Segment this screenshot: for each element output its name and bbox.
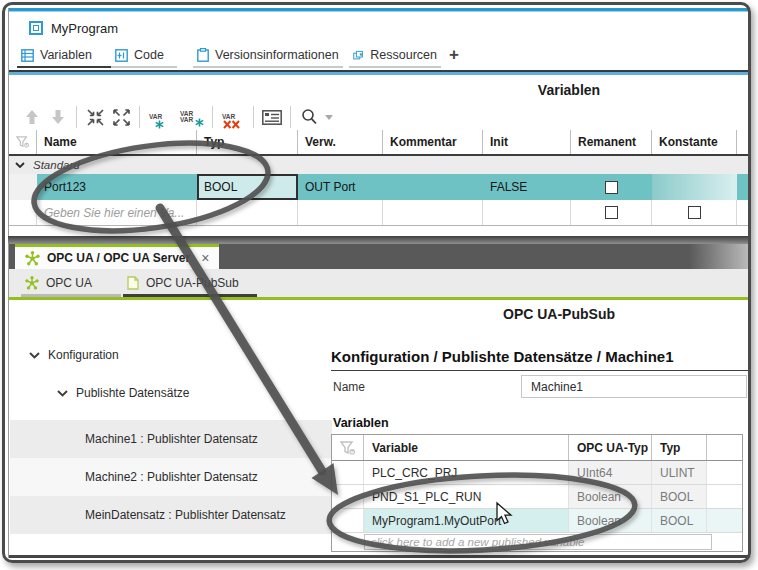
remanent-checkbox[interactable] <box>605 206 618 219</box>
variables-table: Name Typ Verw. Kommentar Init Remanent K… <box>9 130 749 226</box>
tree-item-meindatensatz[interactable]: MeinDatensatz : Publishter Datensatz <box>85 508 286 522</box>
new-variable-row[interactable]: Geben Sie hier einen Va... <box>9 200 749 226</box>
column-header-verw[interactable]: Verw. <box>298 130 383 154</box>
var-label: VAR <box>222 113 235 120</box>
published-table-header: Variable OPC UA-Typ Typ <box>332 435 742 461</box>
tab-variablen[interactable]: Variablen <box>17 44 111 66</box>
column-header-name[interactable]: Name <box>37 130 197 154</box>
cell-typ[interactable]: BOOL <box>652 485 707 508</box>
cell-verw[interactable]: OUT Port <box>298 174 383 200</box>
window-splitter[interactable] <box>8 236 749 244</box>
column-header-konstante[interactable]: Konstante <box>652 130 737 154</box>
cell-variable[interactable]: PND_S1_PLC_RUN <box>364 485 569 508</box>
add-tab-button[interactable]: + <box>449 45 459 65</box>
remanent-checkbox[interactable] <box>605 181 618 194</box>
search-dropdown-button[interactable] <box>322 104 336 130</box>
chevron-down-icon <box>15 162 25 168</box>
screenshot-root: MyProgram Variablen Code Versionsinforma… <box>0 0 758 570</box>
tree-node-label: Publishte Datensätze <box>76 386 189 400</box>
name-input[interactable]: Machine1 <box>521 375 747 398</box>
cell-name[interactable]: Port123 <box>37 174 197 200</box>
tab-ressourcen[interactable]: Ressourcen <box>349 44 441 66</box>
expand-all-button[interactable] <box>108 104 134 130</box>
search-button[interactable] <box>296 104 322 130</box>
published-row-pnd-s1-plc-run[interactable]: PND_S1_PLC_RUN Boolean BOOL <box>332 485 742 509</box>
delete-variable-button[interactable]: VAR <box>218 104 248 130</box>
filter-icon[interactable] <box>16 135 29 149</box>
cell-typ[interactable]: BOOL <box>197 174 298 200</box>
tree-item-machine1[interactable]: Machine1 : Publishter Datensatz <box>85 432 258 446</box>
cell-opcua-typ[interactable]: Boolean <box>569 485 652 508</box>
cell-opcua-typ[interactable]: Boolean <box>569 509 652 532</box>
chevron-down-icon <box>57 390 68 397</box>
opcua-window-bottom-border <box>9 555 748 558</box>
subtab-label: OPC UA-PubSub <box>146 276 239 290</box>
published-row-plc-crc-prj[interactable]: PLC_CRC_PRJ UInt64 ULINT <box>332 461 742 485</box>
column-header-variable[interactable]: Variable <box>364 435 569 460</box>
tree-node-label: Konfiguration <box>48 348 119 362</box>
tab-versionsinformationen[interactable]: Versionsinformationen <box>193 44 343 66</box>
duplicate-variable-button[interactable]: VAR VAR <box>175 104 207 130</box>
collapse-all-icon <box>87 109 104 126</box>
delete-variable-icon <box>223 120 240 129</box>
tab-label: Ressourcen <box>370 48 437 62</box>
add-variable-button[interactable]: VAR <box>145 104 175 130</box>
column-header-remanent[interactable]: Remanent <box>571 130 652 154</box>
variables-tab-icon <box>21 49 34 62</box>
filter-icon[interactable] <box>340 441 355 455</box>
subtab-opcua-pubsub[interactable]: OPC UA-PubSub <box>127 272 253 294</box>
new-variable-placeholder[interactable]: Geben Sie hier einen Va... <box>37 200 197 225</box>
group-row-standard[interactable]: Standard <box>9 156 749 174</box>
subtab-opcua[interactable]: OPC UA <box>25 272 117 294</box>
tab-opcua-server[interactable]: OPC UA / OPC UA Server × <box>15 244 219 269</box>
tree-node-konfiguration[interactable]: Konfiguration <box>29 348 119 362</box>
cell-init[interactable]: FALSE <box>483 174 571 200</box>
block-list-button[interactable] <box>259 104 285 130</box>
column-header-kommentar[interactable]: Kommentar <box>383 130 483 154</box>
add-published-variable-row[interactable]: click here to add a new published variab… <box>332 533 742 551</box>
published-variables-table: Variable OPC UA-Typ Typ PLC_CRC_PRJ UInt… <box>331 434 743 552</box>
name-input-value: Machine1 <box>531 380 583 394</box>
cell-konstante[interactable] <box>652 174 737 200</box>
cell-opcua-typ[interactable]: UInt64 <box>569 461 652 484</box>
var-label: VAR <box>180 116 193 123</box>
resources-tab-icon <box>353 49 364 62</box>
chevron-down-icon <box>29 352 40 359</box>
column-header-opcua-typ[interactable]: OPC UA-Typ <box>569 435 652 460</box>
tab-code[interactable]: Code <box>111 44 177 66</box>
cell-typ[interactable]: BOOL <box>652 509 707 532</box>
cell-variable[interactable]: MyProgram1.MyOutPort <box>364 509 569 532</box>
cell-kommentar[interactable] <box>383 174 483 200</box>
opcua-window: OPC UA / OPC UA Server × OPC UA OPC UA-P… <box>8 244 749 558</box>
program-editor-window: MyProgram Variablen Code Versionsinforma… <box>8 8 749 236</box>
column-header-typ[interactable]: Typ <box>197 130 298 154</box>
breadcrumb-rule <box>331 370 749 371</box>
group-label: Standard <box>33 159 80 171</box>
variables-table-header: Name Typ Verw. Kommentar Init Remanent K… <box>9 130 749 156</box>
cell-typ[interactable]: ULINT <box>652 461 707 484</box>
cell-variable[interactable]: PLC_CRC_PRJ <box>364 461 569 484</box>
collapse-all-button[interactable] <box>82 104 108 130</box>
block-list-icon <box>262 110 282 125</box>
move-up-button[interactable] <box>19 104 45 130</box>
close-icon[interactable]: × <box>201 250 209 266</box>
tab-label: Code <box>134 48 164 62</box>
editor-tab-bar: Variablen Code Versionsinformationen Res… <box>9 44 748 68</box>
name-field-label: Name <box>333 380 365 394</box>
opcua-node-icon <box>25 276 39 290</box>
konstante-checkbox[interactable] <box>688 206 701 219</box>
column-header-typ[interactable]: Typ <box>652 435 707 460</box>
add-published-variable-placeholder[interactable]: click here to add a new published variab… <box>364 534 712 550</box>
subtab-label: OPC UA <box>46 276 92 290</box>
add-variable-icon <box>155 120 164 129</box>
move-down-icon <box>51 109 65 125</box>
tree-item-machine2[interactable]: Machine2 : Publishter Datensatz <box>85 470 258 484</box>
var-label: VAR <box>149 113 162 120</box>
column-header-init[interactable]: Init <box>483 130 571 154</box>
published-variables-label: Variablen <box>333 416 389 430</box>
variable-row-port123[interactable]: Port123 BOOL OUT Port FALSE <box>9 174 749 200</box>
published-row-myprogram1-myoutport[interactable]: MyProgram1.MyOutPort Boolean BOOL <box>332 509 742 533</box>
move-down-button[interactable] <box>45 104 71 130</box>
opcua-node-icon <box>25 251 40 266</box>
tree-node-publishte-datensaetze[interactable]: Publishte Datensätze <box>57 386 189 400</box>
